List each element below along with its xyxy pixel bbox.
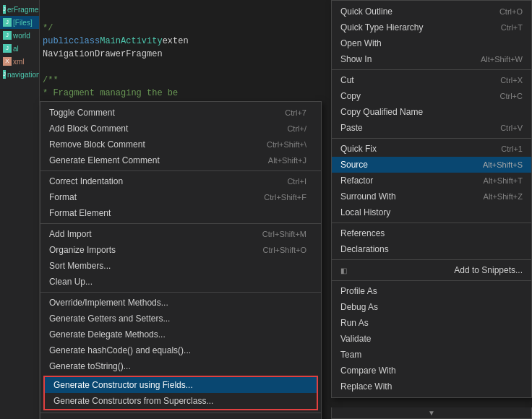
menu-item-label: Source <box>340 160 368 170</box>
menu-item-organize-imports[interactable]: Organize Imports Ctrl+Shift+O <box>40 242 321 258</box>
menu-shortcut: Alt+Shift+J <box>268 156 306 165</box>
menu-item-run-as[interactable]: Run As <box>332 315 531 331</box>
code-text: */ <box>43 23 53 33</box>
menu-item-label: Generate Getters and Setters... <box>49 314 170 324</box>
menu-separator <box>332 138 531 139</box>
menu-shortcut: Alt+Shift+T <box>484 176 523 185</box>
menu-item-debug-as[interactable]: Debug As <box>332 299 531 315</box>
menu-item-cut[interactable]: Cut Ctrl+X <box>332 72 531 88</box>
menu-item-label: Add to Snippets... <box>454 265 523 275</box>
menu-item-copy-qualified-name[interactable]: Copy Qualified Name <box>332 104 531 120</box>
menu-separator <box>332 223 531 223</box>
menu-item-label: Toggle Comment <box>49 108 115 118</box>
java-file-icon: J <box>3 44 12 53</box>
menu-item-correct-indentation[interactable]: Correct Indentation Ctrl+I <box>40 173 321 189</box>
code-text: class <box>74 36 100 46</box>
explorer-item[interactable]: J world <box>0 29 39 42</box>
menu-item-show-in[interactable]: Show In Alt+Shift+W <box>332 51 531 67</box>
menu-item-copy[interactable]: Copy Ctrl+C <box>332 88 531 104</box>
menu-item-compare-with[interactable]: Compare With <box>332 363 531 379</box>
menu-item-generate-element-comment[interactable]: Generate Element Comment Alt+Shift+J <box>40 152 321 168</box>
menu-item-open-with[interactable]: Open With <box>332 35 531 51</box>
arrow-icon: ▼ <box>428 409 435 417</box>
package-explorer: J erFragment.java J [Files] J world J al… <box>0 0 40 419</box>
menu-item-clean-up[interactable]: Clean Up... <box>40 274 321 290</box>
menu-item-label: Show In <box>340 54 372 64</box>
explorer-item[interactable]: J navigation_ <box>0 68 39 81</box>
menu-shortcut: Alt+Shift+S <box>483 160 523 169</box>
menu-shortcut: Ctrl+1 <box>501 144 523 153</box>
menu-item-validate[interactable]: Validate <box>332 331 531 347</box>
code-text: NavigationDrawerFragmen <box>43 49 163 59</box>
menu-item-label: Surround With <box>340 191 396 202</box>
explorer-item[interactable]: J al <box>0 42 39 55</box>
explorer-item[interactable]: X xml <box>0 55 39 68</box>
menu-item-generate-delegate[interactable]: Generate Delegate Methods... <box>40 327 321 342</box>
menu-item-add-block-comment[interactable]: Add Block Comment Ctrl+/ <box>40 121 321 137</box>
menu-item-label: Organize Imports <box>49 245 116 255</box>
menu-item-declarations[interactable]: Declarations <box>332 241 531 257</box>
code-line: /** <box>40 74 325 87</box>
menu-item-label: Correct Indentation <box>49 176 123 186</box>
menu-item-local-history[interactable]: Local History <box>332 204 531 220</box>
menu-item-generate-getters-setters[interactable]: Generate Getters and Setters... <box>40 311 321 327</box>
menu-item-label: Team <box>340 350 361 360</box>
menu-item-add-to-snippets[interactable]: ◧ Add to Snippets... <box>332 262 531 278</box>
menu-item-label: Generate Constructors from Superclass... <box>53 396 213 406</box>
menu-item-profile-as[interactable]: Profile As <box>332 283 531 299</box>
code-line <box>40 61 325 74</box>
menu-shortcut: Alt+Shift+W <box>481 55 523 64</box>
menu-item-paste[interactable]: Paste Ctrl+V <box>332 120 531 136</box>
menu-shortcut: Ctrl+C <box>500 92 523 100</box>
code-text: public <box>43 36 74 46</box>
explorer-item[interactable]: J erFragment.java <box>0 3 39 16</box>
menu-item-generate-hashcode-equals[interactable]: Generate hashCode() and equals()... <box>40 342 321 358</box>
menu-item-label: Generate toString()... <box>49 361 131 371</box>
menu-item-references[interactable]: References <box>332 225 531 241</box>
menu-item-label: Generate hashCode() and equals()... <box>49 345 191 355</box>
menu-item-label: Generate Constructor using Fields... <box>53 380 193 390</box>
menu-item-surround-with[interactable]: Surround With Alt+Shift+Z <box>332 189 531 204</box>
code-line: public class MainActivity exten <box>40 35 325 48</box>
menu-item-label: Replace With <box>340 381 392 392</box>
menu-item-label: Declarations <box>340 244 389 254</box>
menu-shortcut: Alt+Shift+Z <box>484 192 523 201</box>
menu-item-label: Quick Fix <box>340 144 377 154</box>
menu-item-externalize-strings[interactable]: Externalize Strings... <box>40 415 321 419</box>
menu-item-replace-with[interactable]: Replace With <box>332 379 531 394</box>
menu-shortcut: Ctrl+Shift+F <box>264 193 306 202</box>
menu-item-label: Quick Outline <box>340 7 392 17</box>
menu-item-label: Add Import <box>49 229 92 239</box>
menu-item-label: Run As <box>340 318 369 328</box>
menu-shortcut: Ctrl+7 <box>285 108 306 117</box>
menu-item-label: Profile As <box>340 286 377 296</box>
menu-item-sort-members[interactable]: Sort Members... <box>40 258 321 274</box>
boxed-menu-group: Generate Constructor using Fields... Gen… <box>43 376 318 410</box>
menu-item-quick-fix[interactable]: Quick Fix Ctrl+1 <box>332 141 531 157</box>
menu-item-label: Format Element <box>49 208 111 218</box>
menu-item-source[interactable]: Source Alt+Shift+S <box>332 157 531 173</box>
menu-item-add-import[interactable]: Add Import Ctrl+Shift+M <box>40 226 321 242</box>
scroll-down-arrow[interactable]: ▼ <box>331 407 532 419</box>
menu-item-quick-type-hierarchy[interactable]: Quick Type Hierarchy Ctrl+T <box>332 20 531 35</box>
menu-shortcut: Ctrl+T <box>501 23 523 32</box>
code-text: MainActivity <box>100 36 162 46</box>
menu-item-generate-constructors-superclass[interactable]: Generate Constructors from Superclass... <box>45 393 317 409</box>
menu-item-toggle-comment[interactable]: Toggle Comment Ctrl+7 <box>40 105 321 121</box>
snippet-icon: ◧ <box>340 267 347 275</box>
menu-item-remove-block-comment[interactable]: Remove Block Comment Ctrl+Shift+\ <box>40 137 321 152</box>
menu-item-team[interactable]: Team <box>332 347 531 363</box>
menu-item-generate-constructor-fields[interactable]: Generate Constructor using Fields... <box>45 377 317 393</box>
menu-item-label: Validate <box>340 334 371 344</box>
menu-item-override-implement[interactable]: Override/Implement Methods... <box>40 295 321 311</box>
menu-item-refactor[interactable]: Refactor Alt+Shift+T <box>332 173 531 189</box>
menu-item-format-element[interactable]: Format Element <box>40 205 321 221</box>
menu-item-quick-outline[interactable]: Quick Outline Ctrl+O <box>332 4 531 20</box>
menu-item-label: Local History <box>340 207 390 217</box>
explorer-item[interactable]: J [Files] <box>0 16 39 29</box>
menu-item-label: Generate Delegate Methods... <box>49 329 166 340</box>
menu-item-format[interactable]: Format Ctrl+Shift+F <box>40 189 321 205</box>
code-text: * Fragment managing the be <box>43 88 178 98</box>
menu-item-generate-tostring[interactable]: Generate toString()... <box>40 358 321 374</box>
menu-item-label: Add Block Comment <box>49 124 128 134</box>
